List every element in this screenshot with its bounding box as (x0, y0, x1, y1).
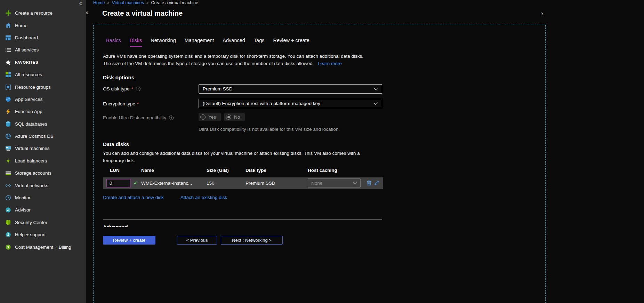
tab-review-create[interactable]: Review + create (273, 38, 309, 47)
review-create-button[interactable]: Review + create (103, 236, 155, 245)
host-caching-value: None (311, 181, 322, 186)
sidebar-item-security-center[interactable]: Security Center (0, 216, 86, 229)
section-divider (103, 219, 382, 220)
data-disks-description: You can add and configure additional dat… (103, 150, 378, 164)
sidebar-item-label: Dashboard (15, 35, 38, 40)
edit-disk-icon[interactable] (374, 180, 379, 187)
storage-icon (5, 170, 11, 176)
shield-icon (5, 220, 11, 225)
tab-basics[interactable]: Basics (106, 38, 121, 47)
sidebar-item-function-app[interactable]: Function App (0, 105, 86, 118)
no-radio-label: No (234, 114, 240, 120)
previous-button[interactable]: < Previous (177, 236, 217, 245)
sidebar-item-virtual-networks[interactable]: Virtual networks (0, 179, 86, 191)
tab-networking[interactable]: Networking (151, 38, 176, 47)
info-icon[interactable]: i (169, 115, 174, 120)
gauge-icon (5, 195, 11, 201)
sidebar-item-virtual-machines[interactable]: Virtual machines (0, 142, 86, 154)
sidebar-item-label: Security Center (15, 220, 47, 225)
dashboard-icon (5, 35, 11, 41)
data-disks-table-header: LUN Name Size (GiB) Disk type Host cachi… (94, 168, 545, 174)
sidebar: « Create a resource Home Dashboard All s… (0, 0, 86, 303)
tab-management[interactable]: Management (185, 38, 214, 47)
home-icon (5, 23, 11, 29)
disk-options-heading: Disk options (103, 74, 134, 80)
sidebar-item-all-resources[interactable]: All resources (0, 69, 86, 81)
grid-icon (5, 72, 11, 78)
sidebar-item-resource-groups[interactable]: Resource groups (0, 81, 86, 93)
breadcrumb-home[interactable]: Home (93, 0, 105, 5)
sidebar-item-label: Help + support (15, 232, 46, 237)
sidebar-item-dashboard[interactable]: Dashboard (0, 32, 86, 44)
attach-existing-disk-link[interactable]: Attach an existing disk (180, 195, 227, 200)
sidebar-item-label: Azure Cosmos DB (15, 134, 54, 139)
expand-panel-icon[interactable]: › (541, 10, 543, 16)
sidebar-item-label: Load balancers (15, 158, 47, 164)
column-lun: LUN (110, 168, 120, 173)
sidebar-item-load-balancers[interactable]: Load balancers (0, 155, 86, 167)
chevron-right-icon: > (107, 1, 109, 5)
encryption-type-dropdown[interactable]: (Default) Encryption at rest with a plat… (199, 99, 382, 108)
chevron-down-icon (353, 181, 357, 186)
column-host-caching: Host caching (308, 168, 337, 173)
delete-disk-icon[interactable] (367, 180, 372, 187)
network-icon (5, 183, 11, 189)
yes-radio-label: Yes (208, 114, 216, 120)
encryption-type-label: Encryption type * (103, 101, 139, 106)
sidebar-item-azure-cosmos-db[interactable]: Azure Cosmos DB (0, 130, 86, 142)
collapse-sidebar-icon[interactable]: « (79, 0, 82, 6)
page-title: Create a virtual machine (102, 9, 183, 17)
data-disk-row: ✓ WME-External-Instanc... 150 Premium SS… (103, 177, 383, 189)
sidebar-item-monitor[interactable]: Monitor (0, 192, 86, 204)
sidebar-item-app-services[interactable]: App Services (0, 93, 86, 105)
radio-icon (200, 114, 206, 120)
sidebar-item-create-a-resource[interactable]: Create a resource (0, 7, 86, 19)
encryption-type-value: (Default) Encryption at rest with a plat… (203, 101, 320, 106)
lun-input[interactable] (106, 179, 131, 188)
sidebar-item-label: Virtual networks (15, 183, 48, 188)
chevron-down-icon (373, 86, 378, 91)
ultra-disk-note: Ultra Disk compatibility is not availabl… (199, 127, 340, 132)
tab-disks[interactable]: Disks (130, 38, 142, 47)
sidebar-item-label: All services (15, 47, 39, 53)
os-disk-type-dropdown[interactable]: Premium SSD (199, 84, 382, 94)
lightning-icon (5, 109, 11, 114)
tab-advanced[interactable]: Advanced (223, 38, 245, 47)
sidebar-item-home[interactable]: Home (0, 19, 86, 31)
tab-tags[interactable]: Tags (254, 38, 265, 47)
next-networking-button[interactable]: Next : Networking > (221, 236, 283, 245)
app-services-icon (5, 96, 11, 102)
create-vm-panel: Basics Disks Networking Management Advan… (93, 25, 546, 303)
column-disk-type: Disk type (245, 168, 266, 173)
required-marker: * (131, 86, 133, 91)
sidebar-item-sql-databases[interactable]: SQL databases (0, 118, 86, 130)
sidebar-item-label: Function App (15, 109, 42, 114)
sidebar-item-help-support[interactable]: Help + support (0, 229, 86, 241)
sidebar-item-label: All resources (15, 72, 42, 77)
ultra-disk-radio-group: Yes No (199, 113, 245, 121)
sidebar-item-all-services[interactable]: All services (0, 44, 86, 56)
ultra-disk-no-radio[interactable]: No (224, 113, 245, 121)
sidebar-item-cost-management[interactable]: $ Cost Management + Billing (0, 241, 86, 253)
dollar-icon: $ (5, 244, 11, 250)
intro-line-2: The size of the VM determines the type o… (103, 61, 314, 66)
sidebar-item-advisor[interactable]: Advisor (0, 204, 86, 216)
ultra-disk-yes-radio[interactable]: Yes (199, 113, 221, 121)
star-icon (5, 59, 11, 65)
clipped-section-heading: Advanced (103, 224, 128, 227)
host-caching-dropdown[interactable]: None (308, 178, 361, 188)
info-icon[interactable]: i (136, 87, 140, 91)
chevron-right-icon: > (146, 1, 148, 5)
sidebar-item-storage-accounts[interactable]: Storage accounts (0, 167, 86, 179)
sidebar-item-label: SQL databases (15, 121, 47, 127)
person-icon (5, 232, 11, 238)
create-attach-disk-link[interactable]: Create and attach a new disk (103, 195, 164, 200)
chevron-down-icon (373, 101, 378, 106)
breadcrumb-virtual-machines[interactable]: Virtual machines (112, 0, 144, 5)
intro-line-1: Azure VMs have one operating system disk… (103, 54, 363, 59)
column-size: Size (GiB) (207, 168, 229, 173)
learn-more-link[interactable]: Learn more (318, 61, 342, 66)
disk-size-cell: 150 (207, 177, 215, 189)
svg-text:$: $ (7, 245, 9, 249)
disk-name-cell: WME-External-Instanc... (141, 177, 192, 189)
